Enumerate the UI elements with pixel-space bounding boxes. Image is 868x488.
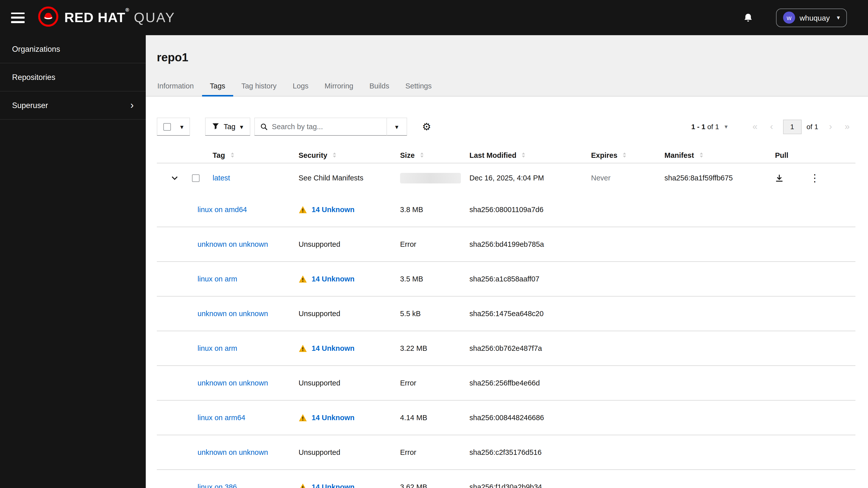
warning-triangle-icon — [299, 205, 307, 214]
current-page-input[interactable] — [783, 119, 801, 134]
tab-information[interactable]: Information — [149, 77, 202, 96]
row-checkbox[interactable] — [192, 174, 199, 182]
column-header-size[interactable]: Size — [400, 151, 469, 159]
row-checkbox-cell — [192, 174, 213, 182]
next-page-button[interactable]: › — [822, 118, 839, 135]
tab-builds[interactable]: Builds — [361, 77, 397, 96]
tags-table: Tag Security Size Last Modified — [157, 148, 856, 488]
platform-link[interactable]: unknown on unknown — [197, 448, 268, 456]
vulnerability-link[interactable]: 14 Unknown — [312, 414, 354, 422]
kebab-menu-icon[interactable]: ⋮ — [810, 173, 820, 183]
tab-settings[interactable]: Settings — [397, 77, 440, 96]
security-cell: 14 Unknown — [299, 414, 400, 422]
tab-tags[interactable]: Tags — [202, 77, 233, 96]
notifications-bell-icon[interactable] — [743, 13, 753, 22]
sort-icon — [332, 151, 337, 159]
vulnerability-link[interactable]: 14 Unknown — [312, 275, 354, 283]
caret-down-icon: ▾ — [395, 123, 398, 130]
sidebar-item-label: Organizations — [12, 44, 60, 54]
caret-down-icon: ▾ — [180, 123, 183, 130]
per-page-dropdown[interactable]: 1 - 1 of 1 ▾ — [691, 123, 728, 131]
page-title: repo1 — [157, 51, 188, 64]
column-header-tag[interactable]: Tag — [213, 151, 299, 159]
warning-triangle-icon — [299, 344, 307, 353]
platform-link[interactable]: linux on arm — [197, 344, 237, 352]
size-cell: 5.5 kB — [400, 310, 469, 317]
security-cell: Unsupported — [299, 379, 400, 387]
first-page-button[interactable]: « — [747, 118, 763, 135]
warning-triangle-icon — [299, 483, 307, 488]
search-options-dropdown[interactable]: ▾ — [386, 118, 407, 136]
sort-icon — [521, 151, 526, 159]
red-hat-logo-icon — [38, 6, 59, 29]
child-manifest-row: linux on arm 14 Unknown 3.5 MB sha256:a1… — [157, 262, 856, 297]
size-cell: 3.5 MB — [400, 275, 469, 283]
tag-cell: unknown on unknown — [157, 240, 299, 248]
tag-link[interactable]: latest — [213, 174, 230, 182]
digest-cell: sha256:c2f35176d516 — [469, 448, 591, 456]
tab-mirroring[interactable]: Mirroring — [317, 77, 361, 96]
tab-tag-history[interactable]: Tag history — [233, 77, 284, 96]
digest-cell: sha256:008448246686 — [469, 414, 591, 422]
vulnerability-link[interactable]: 14 Unknown — [312, 206, 354, 214]
child-manifest-row: unknown on unknown Unsupported 5.5 kB sh… — [157, 297, 856, 331]
gear-icon[interactable]: ⚙ — [422, 121, 431, 133]
sort-icon — [229, 151, 235, 159]
platform-link[interactable]: unknown on unknown — [197, 379, 268, 387]
vulnerability-link[interactable]: 14 Unknown — [312, 344, 354, 352]
red-hat-quay-logo[interactable]: RED HAT® QUAY — [38, 6, 176, 29]
sidebar-item-organizations[interactable]: Organizations — [0, 35, 146, 63]
collapse-row-chevron-icon[interactable] — [157, 176, 192, 180]
brand-red-hat: RED HAT® — [64, 10, 129, 25]
column-header-security[interactable]: Security — [299, 151, 400, 159]
hamburger-menu-icon[interactable] — [11, 12, 25, 23]
masthead-actions: w whuquay ▾ — [743, 8, 847, 27]
platform-link[interactable]: linux on arm — [197, 275, 237, 283]
child-manifest-row: linux on arm64 14 Unknown 4.14 MB sha256… — [157, 401, 856, 435]
masthead: RED HAT® QUAY w whuquay ▾ — [0, 0, 868, 35]
download-icon[interactable] — [775, 174, 783, 182]
size-cell: 3.22 MB — [400, 344, 469, 352]
size-cell: Error — [400, 379, 469, 387]
security-cell: Unsupported — [299, 448, 400, 456]
previous-page-button[interactable]: ‹ — [763, 118, 780, 135]
table-header-row: Tag Security Size Last Modified — [157, 148, 856, 163]
platform-link[interactable]: unknown on unknown — [197, 240, 268, 248]
caret-down-icon: ▾ — [240, 123, 243, 130]
platform-link[interactable]: linux on amd64 — [197, 206, 247, 214]
tab-logs[interactable]: Logs — [285, 77, 317, 96]
child-manifest-row: linux on amd64 14 Unknown 3.8 MB sha256:… — [157, 192, 856, 227]
bulk-select-checkbox[interactable] — [163, 123, 171, 130]
size-cell: 3.62 MB — [400, 483, 469, 488]
expires-cell: Never — [591, 174, 664, 182]
pagination-range-of: of 1 — [707, 123, 719, 131]
platform-link[interactable]: unknown on unknown — [197, 310, 268, 317]
platform-link[interactable]: linux on 386 — [197, 483, 237, 488]
sort-icon — [622, 151, 627, 159]
sidebar-item-repositories[interactable]: Repositories — [0, 63, 146, 91]
column-header-last-modified[interactable]: Last Modified — [469, 151, 591, 159]
last-page-button[interactable]: » — [839, 118, 856, 135]
digest-cell: sha256:256ffbe4e66d — [469, 379, 591, 387]
security-cell: See Child Manifests — [299, 174, 400, 182]
filter-icon — [212, 122, 219, 131]
filter-dropdown[interactable]: Tag ▾ — [205, 118, 250, 136]
bulk-select-dropdown[interactable]: ▾ — [157, 118, 190, 136]
sidebar-item-superuser[interactable]: Superuser › — [0, 91, 146, 120]
tag-cell: linux on amd64 — [157, 206, 299, 214]
security-cell: 14 Unknown — [299, 205, 400, 214]
search-input[interactable] — [272, 123, 377, 131]
search-icon — [260, 123, 268, 133]
warning-triangle-icon — [299, 275, 307, 283]
vulnerability-link[interactable]: 14 Unknown — [312, 483, 354, 488]
warning-triangle-icon — [299, 414, 307, 422]
column-header-expires[interactable]: Expires — [591, 151, 664, 159]
digest-cell: sha256:0b762e487f7a — [469, 344, 591, 352]
pull-cell: ⋮ — [775, 173, 856, 183]
platform-link[interactable]: linux on arm64 — [197, 414, 245, 422]
column-header-manifest[interactable]: Manifest — [664, 151, 775, 159]
user-menu[interactable]: w whuquay ▾ — [776, 8, 847, 27]
size-cell: Error — [400, 240, 469, 248]
size-cell — [400, 173, 469, 183]
tag-cell: unknown on unknown — [157, 310, 299, 317]
